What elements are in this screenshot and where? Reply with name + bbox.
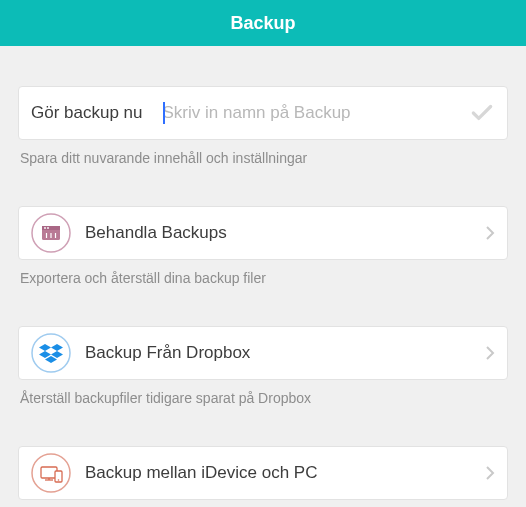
idevice-pc-icon: [31, 453, 71, 493]
header-bar: Backup: [0, 0, 526, 46]
svg-point-3: [44, 227, 46, 229]
svg-marker-9: [39, 344, 51, 351]
backup-now-card: Gör backup nu: [18, 86, 508, 140]
backup-now-hint: Spara ditt nuvarande innehåll och instäl…: [18, 150, 508, 166]
manage-backups-title: Behandla Backups: [85, 223, 485, 243]
svg-point-19: [58, 479, 60, 481]
text-cursor: [163, 102, 165, 124]
dropbox-backup-hint: Återställ backupfiler tidigare sparat på…: [18, 390, 508, 406]
manage-backups-hint: Exportera och återställ dina backup file…: [18, 270, 508, 286]
checkmark-icon[interactable]: [469, 100, 495, 126]
svg-marker-12: [51, 351, 63, 358]
dropbox-backup-title: Backup Från Dropbox: [85, 343, 485, 363]
idevice-pc-row[interactable]: Backup mellan iDevice och PC: [18, 446, 508, 500]
svg-point-4: [47, 227, 49, 229]
manage-backups-row[interactable]: Behandla Backups: [18, 206, 508, 260]
svg-marker-13: [45, 356, 57, 363]
svg-point-14: [32, 454, 70, 492]
svg-marker-11: [39, 351, 51, 358]
svg-point-8: [32, 334, 70, 372]
page-title: Backup: [230, 13, 295, 34]
dropbox-backup-row[interactable]: Backup Från Dropbox: [18, 326, 508, 380]
svg-marker-10: [51, 344, 63, 351]
backup-now-label: Gör backup nu: [31, 103, 143, 123]
chevron-right-icon: [485, 345, 495, 361]
chevron-right-icon: [485, 225, 495, 241]
chevron-right-icon: [485, 465, 495, 481]
manage-backups-icon: [31, 213, 71, 253]
backup-name-input[interactable]: [163, 103, 461, 123]
idevice-pc-title: Backup mellan iDevice och PC: [85, 463, 485, 483]
dropbox-icon: [31, 333, 71, 373]
